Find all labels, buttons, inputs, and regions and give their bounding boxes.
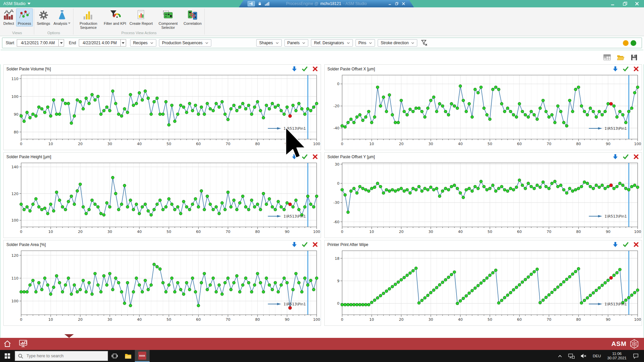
asm-app-taskbar-button[interactable]: nnn xyxy=(135,350,150,362)
start-button[interactable] xyxy=(0,350,15,362)
ribbon-group-label-process-view-actions: Process View Actions xyxy=(74,31,203,36)
funnel-clear-icon xyxy=(421,40,427,46)
close-icon[interactable] xyxy=(633,66,639,72)
asm-hexagon-logo-icon xyxy=(629,339,639,349)
window-restore-button[interactable] xyxy=(621,1,629,7)
recipes-dropdown[interactable]: Recipes xyxy=(130,39,156,47)
start-date-dropdown-icon[interactable] xyxy=(58,39,64,47)
close-icon[interactable] xyxy=(633,242,639,247)
file-explorer-button[interactable] xyxy=(121,350,135,362)
check-icon[interactable] xyxy=(302,66,308,72)
clear-filter-button[interactable] xyxy=(420,39,429,47)
tab-restore-icon[interactable] xyxy=(395,2,398,5)
analysis-dropdown-caret-icon xyxy=(68,22,70,24)
svg-text:90: 90 xyxy=(14,112,18,117)
start-date-value[interactable]: 4/12/2021 7:00 AM xyxy=(17,39,58,47)
tab-minimize-icon[interactable] xyxy=(388,2,392,5)
shapes-dropdown[interactable]: Shapes xyxy=(256,39,282,47)
ref-designators-dropdown-label: Ref. Designators xyxy=(314,41,344,45)
taskbar-clock[interactable]: 11:06 30.07.2021 xyxy=(604,352,629,360)
save-button[interactable] xyxy=(630,53,638,61)
search-input[interactable] xyxy=(15,351,108,361)
end-date-value[interactable]: 4/22/2021 4:00 PM xyxy=(79,39,120,47)
stroke-direction-dropdown[interactable]: Stroke direction xyxy=(378,39,417,47)
defect-view-button[interactable]: Defect xyxy=(1,8,16,26)
check-icon[interactable] xyxy=(302,154,308,160)
filter-and-kpi-button[interactable]: Filter and KPI xyxy=(102,8,128,26)
close-icon[interactable] xyxy=(312,154,318,160)
check-icon[interactable] xyxy=(623,154,629,160)
action-center-button[interactable] xyxy=(631,350,641,362)
pin-icon[interactable] xyxy=(248,1,255,6)
open-button[interactable] xyxy=(616,53,625,61)
tab-close-icon[interactable] xyxy=(402,2,405,5)
file-explorer-icon xyxy=(124,353,132,359)
arrow-down-icon[interactable] xyxy=(612,242,618,247)
arrow-down-icon[interactable] xyxy=(291,66,297,72)
pins-dropdown[interactable]: Pins xyxy=(356,39,375,47)
window-minimize-button[interactable] xyxy=(609,1,616,7)
asm-logo-text: ASM xyxy=(611,340,627,348)
svg-text:30: 30 xyxy=(107,230,112,234)
home-icon xyxy=(3,340,11,348)
chart-title: Solder Paste Area [%] xyxy=(6,242,46,247)
svg-text:60: 60 xyxy=(196,142,201,146)
chart-plot-solder-paste-area[interactable]: 10011012001020304050607080901001\R513\Pi… xyxy=(4,249,321,325)
close-icon[interactable] xyxy=(312,66,318,72)
process-monitor-button[interactable] xyxy=(19,340,28,348)
check-icon[interactable] xyxy=(623,242,629,247)
check-icon[interactable] xyxy=(302,242,308,247)
window-close-button[interactable] xyxy=(633,1,641,7)
svg-text:60: 60 xyxy=(517,142,522,146)
shapes-dropdown-label: Shapes xyxy=(259,41,273,45)
home-button[interactable] xyxy=(3,340,11,348)
chart-plot-printer-print-after-wipe[interactable]: 091801020304050607080901001\R513\Pin1 xyxy=(325,249,642,325)
svg-text:80: 80 xyxy=(255,142,260,146)
process-view-button[interactable]: Process xyxy=(16,8,33,26)
status-orange-indicator[interactable] xyxy=(623,40,629,46)
open-folder-icon xyxy=(616,54,625,61)
close-icon[interactable] xyxy=(312,242,318,247)
arrow-down-icon[interactable] xyxy=(291,154,297,160)
component-selector-button[interactable]: Component Selector xyxy=(154,8,182,31)
svg-text:60: 60 xyxy=(517,317,522,322)
arrow-down-icon[interactable] xyxy=(612,66,618,72)
title-bar: ASM Studio ProcessEngine @mchv18121- ASM… xyxy=(0,0,644,7)
production-sequence-button[interactable]: Production Sequence xyxy=(74,8,102,31)
svg-text:50: 50 xyxy=(488,142,492,146)
analysis-button[interactable]: Analysis xyxy=(52,8,72,26)
check-icon[interactable] xyxy=(623,66,629,72)
status-green-indicator[interactable] xyxy=(631,40,636,46)
arrow-down-icon[interactable] xyxy=(612,154,618,160)
grid-layout-button[interactable] xyxy=(603,53,611,61)
network-icon[interactable] xyxy=(566,350,577,362)
start-date-picker[interactable]: 4/12/2021 7:00 AM xyxy=(17,39,64,47)
volume-muted-icon[interactable] xyxy=(578,350,589,362)
svg-text:40: 40 xyxy=(458,142,463,146)
taskbar-search[interactable] xyxy=(15,350,108,362)
end-date-dropdown-icon[interactable] xyxy=(120,39,126,47)
production-sequences-dropdown[interactable]: Production Sequences xyxy=(159,39,211,47)
chart-plot-solder-paste-volume[interactable]: 809010011001020304050607080901001\R513\P… xyxy=(4,73,321,150)
component-selector-icon xyxy=(162,9,174,21)
floating-window-tab[interactable]: ProcessEngine @mchv18121- ASM Studio xyxy=(239,0,414,7)
svg-text:100: 100 xyxy=(313,317,320,322)
settings-button[interactable]: Settings xyxy=(35,8,52,26)
close-icon[interactable] xyxy=(633,154,639,160)
svg-text:30: 30 xyxy=(428,142,433,146)
panels-dropdown[interactable]: Panels xyxy=(284,39,309,47)
chart-plot-solder-paste-offset-y[interactable]: -60-3003001020304050607080901001\R513\Pi… xyxy=(325,161,642,238)
svg-text:10: 10 xyxy=(369,317,374,322)
tray-chevron-up-icon[interactable] xyxy=(555,350,565,362)
language-indicator[interactable]: DEU xyxy=(590,350,603,362)
task-view-button[interactable] xyxy=(108,350,121,362)
chart-plot-solder-paste-offset-x[interactable]: -40-20001020304050607080901001\R513\Pin1 xyxy=(325,73,642,150)
end-date-picker[interactable]: 4/22/2021 4:00 PM xyxy=(79,39,126,47)
arrow-down-icon[interactable] xyxy=(291,242,297,247)
ref-designators-dropdown[interactable]: Ref. Designators xyxy=(311,39,353,47)
app-menu-button[interactable]: ASM Studio xyxy=(0,1,33,6)
correlation-button[interactable]: Correlation xyxy=(182,8,203,26)
chart-plot-solder-paste-height[interactable]: 10012014001020304050607080901001\R513\Pi… xyxy=(4,161,321,238)
create-report-button[interactable]: Create Report xyxy=(128,8,154,26)
pins-dropdown-label: Pins xyxy=(359,41,366,45)
